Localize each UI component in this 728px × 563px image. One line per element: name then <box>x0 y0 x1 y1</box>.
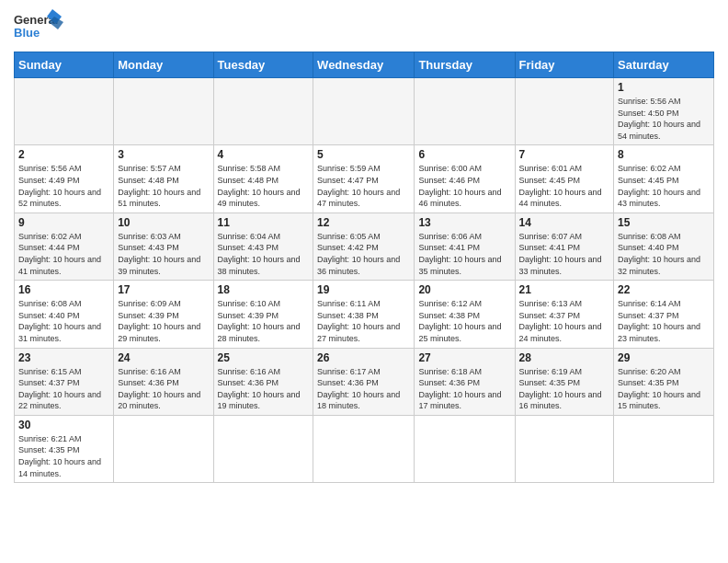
calendar-week-row: 30Sunrise: 6:21 AM Sunset: 4:35 PM Dayli… <box>15 415 714 482</box>
calendar-cell: 5Sunrise: 5:59 AM Sunset: 4:47 PM Daylig… <box>313 145 415 213</box>
calendar-cell: 28Sunrise: 6:19 AM Sunset: 4:35 PM Dayli… <box>515 348 614 415</box>
day-info: Sunrise: 6:15 AM Sunset: 4:37 PM Dayligh… <box>18 366 109 412</box>
calendar-cell <box>515 78 614 145</box>
day-info: Sunrise: 5:58 AM Sunset: 4:48 PM Dayligh… <box>218 163 310 209</box>
weekday-header-tuesday: Tuesday <box>213 52 313 78</box>
day-info: Sunrise: 6:13 AM Sunset: 4:37 PM Dayligh… <box>519 298 610 344</box>
day-number: 4 <box>218 148 310 161</box>
day-info: Sunrise: 6:01 AM Sunset: 4:45 PM Dayligh… <box>519 163 610 209</box>
day-info: Sunrise: 6:07 AM Sunset: 4:41 PM Dayligh… <box>519 231 610 277</box>
calendar-cell: 14Sunrise: 6:07 AM Sunset: 4:41 PM Dayli… <box>515 213 614 280</box>
calendar-week-row: 1Sunrise: 5:56 AM Sunset: 4:50 PM Daylig… <box>15 78 714 145</box>
day-number: 2 <box>18 148 109 161</box>
day-number: 14 <box>519 216 610 229</box>
day-number: 23 <box>18 351 109 364</box>
calendar-cell <box>415 78 515 145</box>
calendar-cell: 24Sunrise: 6:16 AM Sunset: 4:36 PM Dayli… <box>114 348 213 415</box>
day-number: 13 <box>418 216 510 229</box>
day-number: 6 <box>418 148 510 161</box>
weekday-header-sunday: Sunday <box>15 52 114 78</box>
day-info: Sunrise: 6:09 AM Sunset: 4:39 PM Dayligh… <box>118 298 209 344</box>
day-number: 22 <box>618 283 710 296</box>
day-number: 12 <box>317 216 410 229</box>
calendar-cell <box>213 78 313 145</box>
day-number: 5 <box>317 148 410 161</box>
calendar-cell: 19Sunrise: 6:11 AM Sunset: 4:38 PM Dayli… <box>313 281 415 348</box>
day-number: 17 <box>118 283 209 296</box>
day-number: 21 <box>519 283 610 296</box>
calendar-cell <box>313 78 415 145</box>
day-info: Sunrise: 6:08 AM Sunset: 4:40 PM Dayligh… <box>618 231 710 277</box>
calendar-cell: 27Sunrise: 6:18 AM Sunset: 4:36 PM Dayli… <box>415 348 515 415</box>
calendar-cell: 10Sunrise: 6:03 AM Sunset: 4:43 PM Dayli… <box>114 213 213 280</box>
calendar-cell <box>415 415 515 482</box>
calendar-cell: 22Sunrise: 6:14 AM Sunset: 4:37 PM Dayli… <box>614 281 714 348</box>
day-info: Sunrise: 6:06 AM Sunset: 4:41 PM Dayligh… <box>418 231 510 277</box>
day-number: 26 <box>317 351 410 364</box>
svg-text:Blue: Blue <box>14 26 40 40</box>
day-info: Sunrise: 6:18 AM Sunset: 4:36 PM Dayligh… <box>418 366 510 412</box>
day-info: Sunrise: 6:02 AM Sunset: 4:44 PM Dayligh… <box>18 231 109 277</box>
day-number: 20 <box>418 283 510 296</box>
calendar-cell <box>313 415 415 482</box>
calendar-cell: 3Sunrise: 5:57 AM Sunset: 4:48 PM Daylig… <box>114 145 213 213</box>
calendar-cell: 7Sunrise: 6:01 AM Sunset: 4:45 PM Daylig… <box>515 145 614 213</box>
calendar-cell <box>114 415 213 482</box>
calendar-cell: 13Sunrise: 6:06 AM Sunset: 4:41 PM Dayli… <box>415 213 515 280</box>
calendar-cell: 2Sunrise: 5:56 AM Sunset: 4:49 PM Daylig… <box>15 145 114 213</box>
day-info: Sunrise: 6:00 AM Sunset: 4:46 PM Dayligh… <box>418 163 510 209</box>
day-info: Sunrise: 6:16 AM Sunset: 4:36 PM Dayligh… <box>118 366 209 412</box>
calendar-cell: 18Sunrise: 6:10 AM Sunset: 4:39 PM Dayli… <box>213 281 313 348</box>
calendar-cell <box>15 78 114 145</box>
weekday-header-saturday: Saturday <box>614 52 714 78</box>
calendar-cell: 25Sunrise: 6:16 AM Sunset: 4:36 PM Dayli… <box>213 348 313 415</box>
day-number: 18 <box>218 283 310 296</box>
calendar-cell <box>614 415 714 482</box>
day-number: 7 <box>519 148 610 161</box>
calendar-week-row: 9Sunrise: 6:02 AM Sunset: 4:44 PM Daylig… <box>15 213 714 280</box>
calendar-cell <box>114 78 213 145</box>
day-info: Sunrise: 5:56 AM Sunset: 4:49 PM Dayligh… <box>18 163 109 209</box>
day-info: Sunrise: 6:03 AM Sunset: 4:43 PM Dayligh… <box>118 231 209 277</box>
day-info: Sunrise: 6:20 AM Sunset: 4:35 PM Dayligh… <box>618 366 710 412</box>
calendar-cell: 26Sunrise: 6:17 AM Sunset: 4:36 PM Dayli… <box>313 348 415 415</box>
generalblue-logo-icon: General Blue <box>14 9 64 46</box>
calendar-cell: 21Sunrise: 6:13 AM Sunset: 4:37 PM Dayli… <box>515 281 614 348</box>
calendar-cell <box>515 415 614 482</box>
day-info: Sunrise: 5:57 AM Sunset: 4:48 PM Dayligh… <box>118 163 209 209</box>
day-number: 11 <box>218 216 310 229</box>
day-number: 30 <box>18 419 109 431</box>
calendar-cell: 30Sunrise: 6:21 AM Sunset: 4:35 PM Dayli… <box>15 415 114 482</box>
day-number: 28 <box>519 351 610 364</box>
calendar-cell <box>213 415 313 482</box>
calendar-cell: 4Sunrise: 5:58 AM Sunset: 4:48 PM Daylig… <box>213 145 313 213</box>
day-number: 9 <box>18 216 109 229</box>
calendar-cell: 15Sunrise: 6:08 AM Sunset: 4:40 PM Dayli… <box>614 213 714 280</box>
day-number: 24 <box>118 351 209 364</box>
calendar-week-row: 23Sunrise: 6:15 AM Sunset: 4:37 PM Dayli… <box>15 348 714 415</box>
day-number: 16 <box>18 283 109 296</box>
weekday-header-thursday: Thursday <box>415 52 515 78</box>
day-number: 8 <box>618 148 710 161</box>
weekday-header-monday: Monday <box>114 52 213 78</box>
calendar-cell: 23Sunrise: 6:15 AM Sunset: 4:37 PM Dayli… <box>15 348 114 415</box>
day-number: 3 <box>118 148 209 161</box>
calendar-cell: 9Sunrise: 6:02 AM Sunset: 4:44 PM Daylig… <box>15 213 114 280</box>
calendar-cell: 17Sunrise: 6:09 AM Sunset: 4:39 PM Dayli… <box>114 281 213 348</box>
day-number: 1 <box>618 81 710 94</box>
day-info: Sunrise: 6:14 AM Sunset: 4:37 PM Dayligh… <box>618 298 710 344</box>
header: General Blue <box>14 9 714 46</box>
calendar-cell: 6Sunrise: 6:00 AM Sunset: 4:46 PM Daylig… <box>415 145 515 213</box>
day-info: Sunrise: 6:19 AM Sunset: 4:35 PM Dayligh… <box>519 366 610 412</box>
day-info: Sunrise: 6:02 AM Sunset: 4:45 PM Dayligh… <box>618 163 710 209</box>
calendar-cell: 16Sunrise: 6:08 AM Sunset: 4:40 PM Dayli… <box>15 281 114 348</box>
day-info: Sunrise: 6:10 AM Sunset: 4:39 PM Dayligh… <box>218 298 310 344</box>
day-info: Sunrise: 5:56 AM Sunset: 4:50 PM Dayligh… <box>618 96 710 142</box>
day-info: Sunrise: 6:16 AM Sunset: 4:36 PM Dayligh… <box>218 366 310 412</box>
logo: General Blue <box>14 9 64 46</box>
day-info: Sunrise: 6:04 AM Sunset: 4:43 PM Dayligh… <box>218 231 310 277</box>
calendar-cell: 1Sunrise: 5:56 AM Sunset: 4:50 PM Daylig… <box>614 78 714 145</box>
calendar-cell: 29Sunrise: 6:20 AM Sunset: 4:35 PM Dayli… <box>614 348 714 415</box>
day-info: Sunrise: 6:11 AM Sunset: 4:38 PM Dayligh… <box>317 298 410 344</box>
day-info: Sunrise: 6:12 AM Sunset: 4:38 PM Dayligh… <box>418 298 510 344</box>
